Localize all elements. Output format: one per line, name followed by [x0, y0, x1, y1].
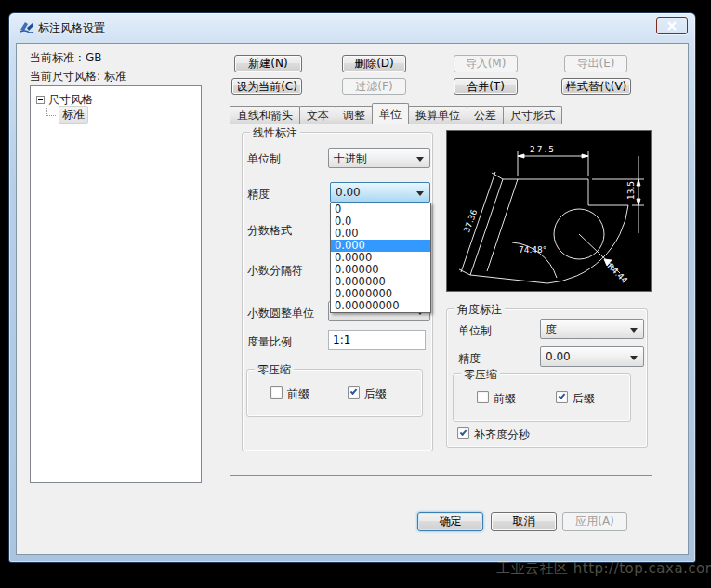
linear-zero-group-label: 零压缩	[255, 362, 294, 378]
set-current-button[interactable]: 设为当前(C)	[231, 78, 302, 95]
angular-suffix-checkbox[interactable]	[556, 391, 568, 403]
check-icon	[350, 387, 358, 395]
current-style-value: 标准	[104, 70, 126, 83]
dimension-style-dialog: 标注风格设置 当前标准：GB 当前尺寸风格: 标准 尺寸风格 标准	[8, 12, 696, 563]
delete-button[interactable]: 删除(D)	[342, 55, 406, 72]
pad-dms-checkbox[interactable]	[457, 427, 469, 439]
apply-button[interactable]: 应用(A)	[562, 512, 627, 531]
linear-precision-label: 精度	[247, 187, 270, 203]
tree-connector-icon	[46, 108, 56, 116]
titlebar[interactable]: 标注风格设置	[9, 13, 695, 43]
current-style-label: 当前尺寸风格:	[30, 70, 100, 83]
angular-unit-combobox[interactable]: 度	[540, 319, 644, 339]
angular-precision-combobox[interactable]: 0.00	[540, 346, 644, 367]
tab-alternate-units[interactable]: 换算单位	[408, 106, 467, 124]
linear-unit-label: 单位制	[247, 151, 281, 167]
rounding-unit-label: 小数圆整单位	[247, 306, 314, 321]
linear-precision-value: 0.00	[336, 186, 361, 199]
angular-precision-value: 0.00	[546, 350, 571, 363]
new-button[interactable]: 新建(N)	[234, 55, 302, 72]
window-title: 标注风格设置	[38, 20, 105, 36]
tree-child-label[interactable]: 标准	[59, 106, 88, 124]
tree-collapse-icon[interactable]	[36, 96, 45, 104]
angular-suffix-label: 后缀	[573, 391, 595, 407]
chevron-down-icon	[416, 157, 424, 162]
dialog-client-area: 当前标准：GB 当前尺寸风格: 标准 尺寸风格 标准 新建(N) 删除(D) 导…	[16, 43, 689, 555]
linear-prefix-label: 前缀	[287, 386, 309, 402]
angular-unit-label: 单位制	[458, 323, 492, 339]
measure-scale-label: 度量比例	[247, 334, 292, 350]
tab-dim-form[interactable]: 尺寸形式	[503, 106, 562, 124]
merge-button[interactable]: 合并(T)	[454, 78, 518, 95]
filter-button[interactable]: 过滤(F)	[342, 78, 406, 95]
chevron-down-icon	[630, 328, 638, 333]
linear-group-label: 线性标注	[250, 125, 300, 141]
precision-dropdown-list[interactable]: 0 0.0 0.00 0.000 0.0000 0.00000 0.000000…	[330, 203, 431, 313]
preview-dim-radius: R4.44	[606, 261, 630, 285]
chevron-down-icon	[416, 191, 424, 196]
export-button[interactable]: 导出(E)	[564, 55, 627, 72]
style-override-button[interactable]: 样式替代(V)	[561, 78, 631, 95]
dimension-preview: 27.5 13.5 37.36 74.48° R4.44	[446, 130, 652, 292]
preview-dim-right: 13.5	[626, 181, 636, 200]
angular-precision-label: 精度	[458, 351, 481, 367]
tab-lines-arrows[interactable]: 直线和箭头	[230, 106, 300, 124]
linear-precision-combobox[interactable]: 0.00	[330, 182, 430, 203]
tab-bar: 直线和箭头 文本 调整 单位 换算单位 公差 尺寸形式	[230, 104, 561, 124]
watermark: 工业云社区 http://top.caxa.com/	[496, 560, 711, 578]
preview-dim-slant: 37.36	[462, 208, 479, 234]
current-standard-line: 当前标准：GB	[30, 50, 102, 66]
measure-scale-input[interactable]	[328, 330, 426, 350]
precision-option[interactable]: 0.00000000	[331, 300, 430, 312]
linear-prefix-checkbox[interactable]	[270, 386, 283, 399]
cancel-button[interactable]: 取消	[491, 512, 557, 531]
pad-dms-label: 补齐度分秒	[474, 427, 530, 443]
import-button[interactable]: 导入(M)	[454, 55, 518, 72]
tab-control: 直线和箭头 文本 调整 单位 换算单位 公差 尺寸形式 线性标注 单位制 十进制…	[230, 104, 652, 476]
angular-group-label: 角度标注	[454, 302, 505, 318]
tab-fit[interactable]: 调整	[336, 106, 373, 124]
tab-tolerance[interactable]: 公差	[467, 106, 504, 124]
decimal-separator-label: 小数分隔符	[247, 263, 303, 279]
linear-unit-value: 十进制	[334, 151, 367, 167]
angular-prefix-checkbox[interactable]	[477, 391, 489, 403]
check-icon	[460, 428, 467, 436]
tree-item-child[interactable]: 标准	[43, 106, 88, 124]
linear-unit-combobox[interactable]: 十进制	[328, 148, 430, 168]
units-tab-page: 线性标注 单位制 十进制 精度 0.00 分数格式 小数分隔符 小数圆整单位	[230, 124, 652, 476]
angular-prefix-label: 前缀	[494, 391, 516, 407]
app-icon	[20, 20, 34, 34]
angular-zero-group-label: 零压缩	[461, 367, 500, 383]
tab-text[interactable]: 文本	[299, 106, 336, 124]
close-button[interactable]	[656, 17, 688, 34]
angular-unit-value: 度	[546, 322, 557, 338]
chevron-down-icon	[630, 356, 638, 360]
tab-units[interactable]: 单位	[372, 103, 409, 124]
preview-dim-top: 27.5	[530, 145, 556, 154]
close-icon	[667, 21, 677, 31]
linear-suffix-checkbox[interactable]	[348, 386, 360, 399]
preview-drawing: 27.5 13.5 37.36 74.48° R4.44	[447, 131, 651, 291]
linear-suffix-label: 后缀	[364, 386, 387, 402]
ok-button[interactable]: 确定	[417, 512, 483, 531]
fraction-format-label: 分数格式	[247, 223, 292, 239]
current-style-line: 当前尺寸风格: 标准	[30, 69, 126, 85]
current-standard-value: GB	[86, 51, 102, 64]
preview-dim-angle: 74.48°	[519, 245, 546, 255]
current-standard-label: 当前标准：	[30, 51, 86, 64]
style-tree[interactable]: 尺寸风格 标准	[30, 85, 202, 483]
check-icon	[559, 392, 566, 399]
